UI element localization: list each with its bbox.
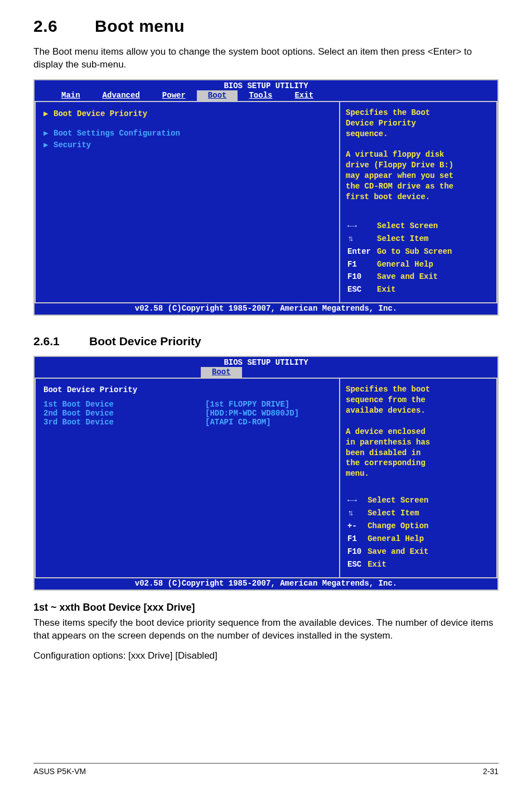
nav-exit: Exit bbox=[376, 284, 456, 296]
help-line: drive (Floppy Drive B:) bbox=[346, 160, 491, 171]
help-line: first boot device. bbox=[346, 192, 491, 202]
help-line: been disabled in bbox=[346, 448, 491, 458]
section-heading: 2.6Boot menu bbox=[33, 17, 499, 36]
tab-advanced: Advanced bbox=[91, 90, 151, 101]
tab-exit: Exit bbox=[283, 90, 325, 101]
footer-left: ASUS P5K-VM bbox=[33, 767, 86, 776]
help-line: the CD-ROM drive as the bbox=[346, 181, 491, 192]
bios-left-pane: Boot Device Priority 1st Boot Device[1st… bbox=[35, 378, 339, 578]
item-boot-device-priority: Boot Device Priority bbox=[54, 109, 147, 118]
help-line: may appear when you set bbox=[346, 171, 491, 181]
help-line: Device Priority bbox=[346, 118, 491, 129]
nav-key-f1: F1 bbox=[347, 259, 375, 270]
subsection-heading: 2.6.1Boot Device Priority bbox=[33, 335, 499, 348]
row-label: 2nd Boot Device bbox=[43, 409, 205, 418]
footer-right: 2-31 bbox=[483, 767, 499, 776]
bios-title: BIOS SETUP UTILITY bbox=[35, 80, 497, 90]
help-line: A virtual floppy disk bbox=[346, 149, 491, 160]
option-heading: 1st ~ xxth Boot Device [xxx Drive] bbox=[33, 602, 499, 613]
nav-key-esc: ESC bbox=[347, 284, 375, 296]
bios-copyright: v02.58 (C)Copyright 1985-2007, American … bbox=[35, 303, 497, 315]
bios-left-pane: ▶Boot Device Priority ▶Boot Settings Con… bbox=[35, 101, 339, 303]
bios-screenshot-boot-menu: BIOS SETUP UTILITY Main Advanced Power B… bbox=[33, 79, 499, 316]
help-line: sequence. bbox=[346, 129, 491, 139]
bios-title: BIOS SETUP UTILITY bbox=[35, 357, 497, 367]
bios-screenshot-boot-priority: BIOS SETUP UTILITY Boot Boot Device Prio… bbox=[33, 356, 499, 590]
pane-header: Boot Device Priority bbox=[43, 385, 331, 394]
row-label: 3rd Boot Device bbox=[43, 418, 205, 427]
bios-nav-hints: ←→Select Screen ↑↓Select Item +-Change O… bbox=[346, 494, 434, 571]
option-description: These items specify the boot device prio… bbox=[33, 617, 499, 642]
nav-key-enter: Enter bbox=[347, 246, 375, 258]
section-title-text: Boot menu bbox=[95, 17, 185, 35]
nav-go-sub: Go to Sub Screen bbox=[376, 246, 456, 258]
help-line: in parenthesis has bbox=[346, 437, 491, 448]
bios-copyright: v02.58 (C)Copyright 1985-2007, American … bbox=[35, 578, 497, 590]
submenu-marker-icon: ▶ bbox=[43, 140, 54, 149]
nav-exit: Exit bbox=[367, 559, 433, 571]
help-line: Specifies the Boot bbox=[346, 108, 491, 118]
bios-help-pane: Specifies the Boot Device Priority seque… bbox=[339, 101, 497, 303]
help-line: menu. bbox=[346, 468, 491, 479]
nav-select-item: Select Item bbox=[376, 233, 456, 245]
nav-save-exit: Save and Exit bbox=[376, 271, 456, 283]
section-number: 2.6 bbox=[33, 17, 95, 36]
nav-key-f10: F10 bbox=[347, 546, 366, 558]
help-line: availabe devices. bbox=[346, 405, 491, 416]
arrows-icon: ←→ bbox=[347, 495, 366, 506]
row-label: 1st Boot Device bbox=[43, 400, 205, 409]
submenu-marker-icon: ▶ bbox=[43, 109, 54, 118]
item-boot-settings-config: Boot Settings Configuration bbox=[54, 129, 180, 138]
nav-key-f10: F10 bbox=[347, 271, 375, 283]
help-line: A device enclosed bbox=[346, 427, 491, 437]
item-security: Security bbox=[54, 141, 91, 149]
help-line: the corresponding bbox=[346, 458, 491, 468]
page-footer: ASUS P5K-VM 2-31 bbox=[33, 763, 499, 776]
tab-tools: Tools bbox=[238, 90, 283, 101]
nav-select-screen: Select Screen bbox=[367, 495, 433, 506]
subsection-title-text: Boot Device Priority bbox=[89, 335, 201, 347]
nav-key-plusminus: +- bbox=[347, 520, 366, 532]
tab-boot: Boot bbox=[201, 367, 242, 378]
nav-select-item: Select Item bbox=[367, 508, 433, 519]
row-value: [ATAPI CD-ROM] bbox=[205, 418, 271, 427]
nav-select-screen: Select Screen bbox=[376, 220, 456, 232]
bios-menubar: Main Advanced Power Boot Tools Exit bbox=[35, 90, 497, 101]
submenu-marker-icon: ▶ bbox=[43, 128, 54, 138]
tab-boot: Boot bbox=[197, 90, 238, 101]
bios-help-pane: Specifies the boot sequence from the ava… bbox=[339, 378, 497, 578]
nav-general-help: General Help bbox=[376, 259, 456, 270]
intro-paragraph: The Boot menu items allow you to change … bbox=[33, 46, 499, 71]
bios-menubar: Boot bbox=[35, 367, 497, 378]
updown-icon: ↑↓ bbox=[347, 233, 375, 245]
help-line: sequence from the bbox=[346, 395, 491, 405]
tab-power: Power bbox=[151, 90, 197, 101]
row-value: [1st FLOPPY DRIVE] bbox=[205, 400, 289, 409]
help-line: Specifies the boot bbox=[346, 384, 491, 395]
nav-save-exit: Save and Exit bbox=[367, 546, 433, 558]
nav-general-help: General Help bbox=[367, 533, 433, 545]
arrows-icon: ←→ bbox=[347, 220, 375, 232]
config-options: Configuration options: [xxx Drive] [Disa… bbox=[33, 650, 499, 663]
row-value: [HDD:PM-WDC WD800JD] bbox=[205, 409, 299, 418]
nav-change-option: Change Option bbox=[367, 520, 433, 532]
nav-key-f1: F1 bbox=[347, 533, 366, 545]
updown-icon: ↑↓ bbox=[347, 508, 366, 519]
nav-key-esc: ESC bbox=[347, 559, 366, 571]
subsection-number: 2.6.1 bbox=[33, 335, 89, 348]
tab-main: Main bbox=[50, 90, 91, 101]
bios-nav-hints: ←→Select Screen ↑↓Select Item EnterGo to… bbox=[346, 219, 457, 297]
